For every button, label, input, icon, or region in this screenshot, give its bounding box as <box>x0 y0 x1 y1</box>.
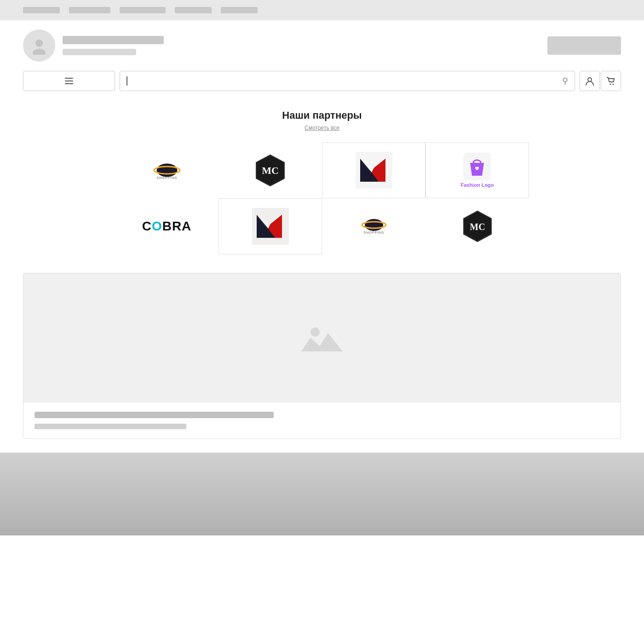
logo-shopping-2[interactable]: SHOPPING <box>322 198 426 254</box>
site-header <box>0 20 644 71</box>
partners-section: Наши партнеры Смотреть все SHOPPING MC <box>0 100 644 268</box>
partners-title: Наши партнеры <box>23 109 621 121</box>
avatar <box>23 29 55 62</box>
logo-grid-row1: SHOPPING MC <box>115 142 529 198</box>
header-action-button[interactable] <box>547 36 621 55</box>
svg-point-1 <box>33 49 46 55</box>
nav-item-1[interactable] <box>23 7 60 13</box>
svg-point-17 <box>365 219 383 231</box>
nav-item-3[interactable] <box>120 7 166 13</box>
cobra-o: O <box>152 219 162 233</box>
svg-text:MC: MC <box>470 222 485 232</box>
view-all-link[interactable]: Смотреть все <box>305 125 339 131</box>
header-title-line1 <box>63 36 164 44</box>
content-text-line2 <box>34 424 186 429</box>
logo-m-1[interactable] <box>322 142 426 198</box>
logo-mc-1[interactable]: MC <box>218 142 322 198</box>
cobra-bra: BRA <box>162 219 192 233</box>
svg-point-3 <box>610 84 611 85</box>
logo-shopping-1[interactable]: SHOPPING <box>115 142 218 198</box>
logo-fashion[interactable]: Fashion Logo <box>426 142 529 198</box>
nav-item-2[interactable] <box>69 7 110 13</box>
logo-grid-row2: COBRA SHOPPING M <box>115 198 529 254</box>
logo-mc-2[interactable]: MC <box>426 198 529 254</box>
content-image <box>23 273 621 402</box>
svg-text:MC: MC <box>262 165 279 176</box>
fashion-logo-label: Fashion Logo <box>460 182 494 188</box>
search-cursor <box>126 76 127 86</box>
svg-point-5 <box>157 164 177 177</box>
cobra-c: C <box>142 219 152 233</box>
header-title-line2 <box>63 49 136 55</box>
content-text-line1 <box>34 412 274 418</box>
svg-text:SHOPPING: SHOPPING <box>363 231 384 234</box>
cart-icon-button[interactable] <box>601 71 621 91</box>
logo-cobra[interactable]: COBRA <box>115 198 218 254</box>
site-footer <box>0 453 644 535</box>
svg-point-22 <box>310 328 320 337</box>
svg-point-4 <box>613 84 614 85</box>
top-navigation <box>0 0 644 20</box>
content-text-area <box>23 402 621 438</box>
svg-text:SHOPPING: SHOPPING <box>156 176 177 179</box>
menu-button[interactable] <box>23 71 115 91</box>
content-card <box>23 273 621 439</box>
logo-m-2[interactable] <box>218 198 322 254</box>
header-text-block <box>63 36 164 55</box>
hamburger-icon <box>65 78 73 84</box>
nav-item-5[interactable] <box>221 7 258 13</box>
user-icon-button[interactable] <box>580 71 600 91</box>
search-input-wrapper[interactable]: ⚲ <box>120 71 575 91</box>
svg-point-2 <box>588 78 592 81</box>
header-icon-group <box>580 71 621 91</box>
search-bar-row: ⚲ <box>0 71 644 91</box>
search-icon[interactable]: ⚲ <box>562 76 568 86</box>
nav-item-4[interactable] <box>175 7 212 13</box>
svg-point-0 <box>35 40 43 47</box>
